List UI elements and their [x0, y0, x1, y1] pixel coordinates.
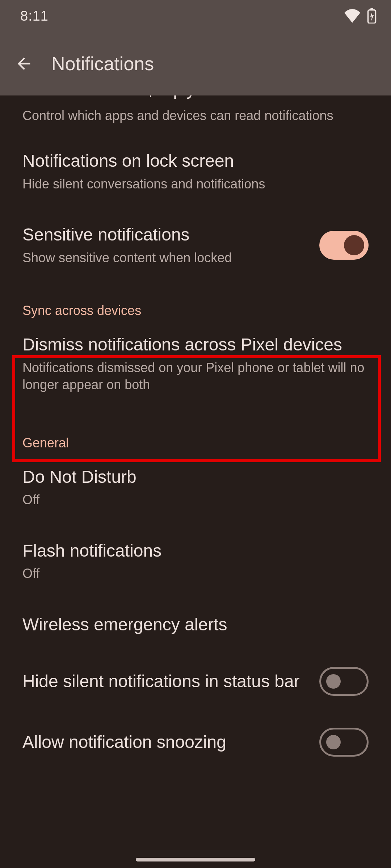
svg-rect-1 [370, 8, 374, 10]
setting-title: Notifications on lock screen [22, 150, 369, 172]
setting-wireless-emergency-alerts[interactable]: Wireless emergency alerts [0, 598, 391, 651]
home-indicator[interactable] [136, 858, 255, 861]
setting-title: Notification read, reply & control [22, 95, 369, 100]
setting-flash-notifications[interactable]: Flash notifications Off [0, 524, 391, 598]
battery-charging-icon [367, 8, 377, 24]
status-bar: 8:11 [0, 0, 391, 32]
toggle-hide-silent[interactable] [319, 667, 369, 696]
setting-dismiss-across-pixel[interactable]: Dismiss notifications across Pixel devic… [0, 318, 391, 414]
setting-subtitle: Show sensitive content when locked [22, 249, 305, 267]
setting-title: Dismiss notifications across Pixel devic… [22, 334, 369, 356]
setting-title: Hide silent notifications in status bar [22, 671, 305, 692]
toggle-allow-snoozing[interactable] [319, 728, 369, 757]
setting-lockscreen-notifications[interactable]: Notifications on lock screen Hide silent… [0, 135, 391, 208]
setting-title: Flash notifications [22, 540, 369, 562]
section-header-general: General [0, 414, 391, 451]
wifi-icon [344, 9, 361, 23]
setting-subtitle: Off [22, 565, 369, 582]
section-header-sync: Sync across devices [0, 282, 391, 318]
setting-hide-silent-statusbar[interactable]: Hide silent notifications in status bar [0, 651, 391, 712]
setting-title: Allow notification snoozing [22, 732, 305, 753]
back-icon[interactable] [14, 54, 33, 73]
setting-title: Sensitive notifications [22, 224, 305, 246]
setting-allow-snoozing[interactable]: Allow notification snoozing [0, 712, 391, 773]
setting-do-not-disturb[interactable]: Do Not Disturb Off [0, 451, 391, 524]
setting-notification-read-reply[interactable]: Notification read, reply & control Contr… [0, 95, 391, 135]
setting-subtitle: Hide silent conversations and notificati… [22, 175, 369, 193]
setting-title: Wireless emergency alerts [22, 614, 369, 635]
statusbar-clock: 8:11 [20, 8, 49, 24]
content-scroll[interactable]: Notification read, reply & control Contr… [0, 95, 391, 868]
setting-sensitive-notifications[interactable]: Sensitive notifications Show sensitive c… [0, 208, 391, 282]
setting-subtitle: Control which apps and devices can read … [22, 107, 369, 124]
setting-title: Do Not Disturb [22, 467, 369, 488]
statusbar-right [344, 8, 377, 24]
app-bar: Notifications [0, 32, 391, 95]
setting-subtitle: Notifications dismissed on your Pixel ph… [22, 359, 369, 393]
toggle-sensitive-notifications[interactable] [319, 231, 369, 260]
page-title: Notifications [51, 53, 154, 75]
setting-subtitle: Off [22, 491, 369, 509]
